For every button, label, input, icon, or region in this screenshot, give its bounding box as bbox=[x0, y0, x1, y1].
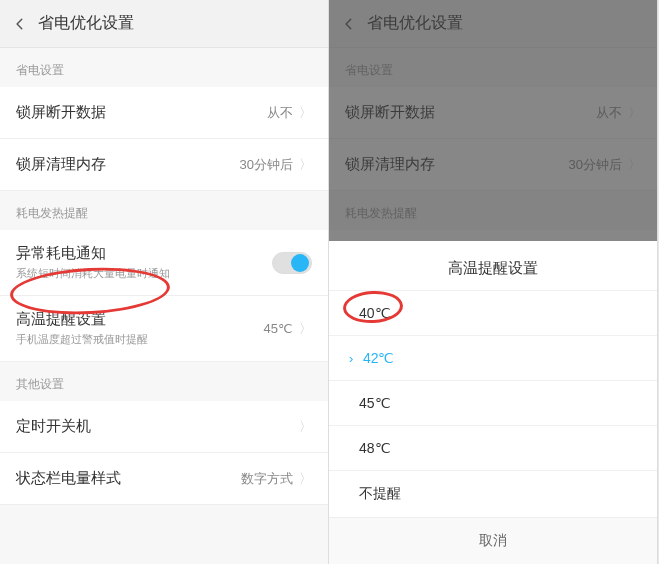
chevron-right-icon: 〉 bbox=[299, 156, 312, 174]
chevron-right-icon: 〉 bbox=[299, 418, 312, 436]
cancel-button[interactable]: 取消 bbox=[329, 517, 657, 564]
option-label: 不提醒 bbox=[359, 485, 401, 503]
option-48c[interactable]: 48℃ bbox=[329, 425, 657, 470]
chevron-right-icon: 〉 bbox=[299, 104, 312, 122]
option-label: 48℃ bbox=[359, 440, 391, 456]
chevron-right-icon: › bbox=[349, 351, 359, 366]
row-value: 30分钟后 bbox=[240, 156, 293, 174]
chevron-left-icon bbox=[13, 17, 27, 31]
option-label: 40℃ bbox=[359, 305, 391, 321]
row-title: 锁屏断开数据 bbox=[16, 103, 267, 122]
row-lockscreen-ram[interactable]: 锁屏清理内存 30分钟后 〉 bbox=[0, 139, 328, 191]
option-42c[interactable]: › 42℃ bbox=[329, 335, 657, 380]
settings-screen-left: 省电优化设置 省电设置 锁屏断开数据 从不 〉 锁屏清理内存 30分钟后 〉 耗… bbox=[0, 0, 329, 564]
row-title: 高温提醒设置 bbox=[16, 310, 264, 329]
row-title: 异常耗电通知 bbox=[16, 244, 272, 263]
settings-screen-right: 省电优化设置 省电设置 锁屏断开数据 从不 〉 锁屏清理内存 30分钟后 〉 耗… bbox=[329, 0, 658, 564]
header: 省电优化设置 bbox=[0, 0, 328, 48]
page-title: 省电优化设置 bbox=[38, 13, 134, 34]
row-value: 45℃ bbox=[264, 321, 293, 336]
option-label: 42℃ bbox=[363, 350, 395, 366]
option-45c[interactable]: 45℃ bbox=[329, 380, 657, 425]
row-subtitle: 系统短时间消耗大量电量时通知 bbox=[16, 266, 272, 281]
section-header-other: 其他设置 bbox=[0, 362, 328, 401]
row-battery-style[interactable]: 状态栏电量样式 数字方式 〉 bbox=[0, 453, 328, 505]
row-abnormal-notify[interactable]: 异常耗电通知 系统短时间消耗大量电量时通知 bbox=[0, 230, 328, 296]
row-high-temp[interactable]: 高温提醒设置 手机温度超过警戒值时提醒 45℃ 〉 bbox=[0, 296, 328, 362]
option-label: 45℃ bbox=[359, 395, 391, 411]
chevron-right-icon: 〉 bbox=[299, 320, 312, 338]
option-40c[interactable]: 40℃ bbox=[329, 290, 657, 335]
row-value: 从不 bbox=[267, 104, 293, 122]
row-title: 状态栏电量样式 bbox=[16, 469, 241, 488]
toggle-abnormal[interactable] bbox=[272, 252, 312, 274]
row-title: 锁屏清理内存 bbox=[16, 155, 240, 174]
row-title: 定时开关机 bbox=[16, 417, 299, 436]
action-sheet: 高温提醒设置 40℃ › 42℃ 45℃ 48℃ 不提醒 取消 bbox=[329, 241, 657, 564]
back-button[interactable] bbox=[8, 12, 32, 36]
section-header-heat: 耗电发热提醒 bbox=[0, 191, 328, 230]
content: 省电设置 锁屏断开数据 从不 〉 锁屏清理内存 30分钟后 〉 耗电发热提醒 异… bbox=[0, 48, 328, 564]
chevron-right-icon: 〉 bbox=[299, 470, 312, 488]
row-subtitle: 手机温度超过警戒值时提醒 bbox=[16, 332, 264, 347]
row-timer[interactable]: 定时开关机 〉 bbox=[0, 401, 328, 453]
toggle-knob bbox=[291, 254, 309, 272]
sheet-title: 高温提醒设置 bbox=[329, 241, 657, 290]
row-lockscreen-data[interactable]: 锁屏断开数据 从不 〉 bbox=[0, 87, 328, 139]
row-value: 数字方式 bbox=[241, 470, 293, 488]
section-header-power: 省电设置 bbox=[0, 48, 328, 87]
modal-overlay[interactable]: 高温提醒设置 40℃ › 42℃ 45℃ 48℃ 不提醒 取消 bbox=[329, 0, 657, 564]
option-none[interactable]: 不提醒 bbox=[329, 470, 657, 517]
